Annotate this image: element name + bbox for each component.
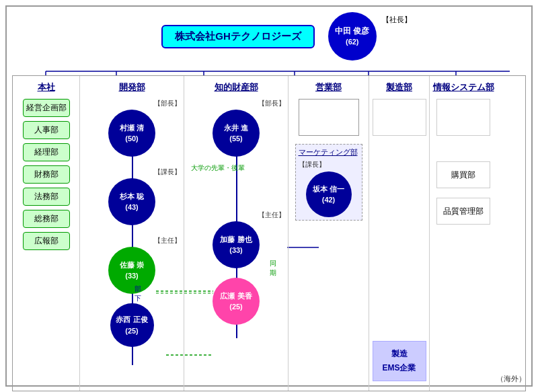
akanishi-name: 赤西 正俊 — [116, 314, 147, 325]
akanishi-circle: 赤西 正俊 (25) — [110, 303, 154, 347]
akanishi-wrapper: 赤西 正俊 (25) — [110, 303, 154, 347]
satou-age: (33) — [125, 270, 139, 282]
hirose-circle: 広瀬 美香 (25) — [213, 278, 260, 325]
seizou-label: 製造 — [391, 348, 408, 360]
col-chitekizaisan: 知的財産部 【部長】 永井 進 (55) 大学の先輩・後輩 【主任】 加藤 勝也… — [184, 76, 289, 391]
dept-zaimu: 財務部 — [23, 165, 70, 184]
eigyo-top-box — [299, 99, 359, 136]
dept-kouhou: 広報部 — [23, 232, 70, 250]
nagai-circle: 永井 進 (55) — [213, 110, 260, 157]
sakamoto-age: (42) — [322, 194, 336, 206]
kounyu-box: 購買部 — [436, 161, 490, 188]
hirose-wrapper: 広瀬 美香 (25) — [213, 278, 260, 325]
hinshitsu-box: 品質管理部 — [436, 198, 490, 225]
president-name: 中田 俊彦 — [335, 26, 369, 37]
katou-circle: 加藤 勝也 (33) — [213, 221, 260, 268]
kaigai-label: （海外） — [496, 374, 526, 384]
johosystem-header: 情報システム部 — [433, 81, 494, 93]
seizou-ems-box: 製造 EMS企業 — [373, 341, 426, 381]
honsha-header: 本社 — [38, 81, 55, 93]
seizou-top-box — [373, 99, 426, 136]
akanishi-age: (25) — [125, 325, 139, 337]
seizou-header: 製造部 — [386, 81, 412, 93]
marketing-header: マーケティング部 — [299, 147, 359, 157]
satou-circle: 佐藤 崇 (33) — [108, 247, 155, 294]
h-connector — [12, 67, 526, 75]
katou-age: (33) — [229, 245, 243, 256]
sakamoto-circle: 坂本 信一 (42) — [306, 171, 352, 217]
sugimoto-wrapper: 杉本 聡 (43) — [108, 178, 155, 225]
president-title: 【社長】 — [382, 15, 412, 25]
kaihatsu-header: 開発部 — [119, 81, 145, 93]
company-name-box: 株式会社GHテクノロジーズ — [161, 25, 315, 48]
sugimoto-circle: 杉本 聡 (43) — [108, 178, 155, 225]
sugimoto-age: (43) — [125, 202, 139, 213]
dept-keiri: 経理部 — [23, 143, 70, 161]
satou-name: 佐藤 崇 — [120, 260, 144, 271]
chitekizaisan-header: 知的財産部 — [215, 81, 258, 93]
murasei-age: (50) — [125, 133, 139, 145]
president-age: (62) — [346, 37, 359, 47]
col-seizou: 製造部 製造 EMS企業 — [369, 76, 430, 391]
ems-label: EMS企業 — [382, 362, 416, 374]
main-container: 株式会社GHテクノロジーズ 【社長】 中田 俊彦 (62) — [5, 5, 533, 387]
nagai-age: (55) — [229, 133, 243, 145]
dept-houmu: 法務部 — [23, 188, 70, 206]
org-area: 本社 経営企画部 人事部 経理部 財務部 法務部 総務部 広報部 開発部 【部長… — [12, 75, 526, 391]
murasei-name: 村瀬 清 — [120, 122, 144, 134]
katou-name: 加藤 勝也 — [220, 234, 252, 245]
sakamoto-name: 坂本 信一 — [313, 184, 344, 195]
col-kaihatsu: 開発部 【部長】 村瀬 清 (50) 【課長】 杉本 聡 (43) 【主任】 — [80, 76, 184, 391]
col-honsha: 本社 経営企画部 人事部 経理部 財務部 法務部 総務部 広報部 — [13, 76, 80, 391]
nagai-wrapper: 永井 進 (55) — [213, 110, 260, 157]
top-row: 株式会社GHテクノロジーズ 【社長】 中田 俊彦 (62) — [12, 12, 526, 61]
col-johosystem: 情報システム部 購買部 品質管理部 — [430, 76, 497, 391]
kounyu-label: 購買部 — [451, 169, 475, 181]
satou-wrapper: 佐藤 崇 (33) — [108, 247, 155, 294]
hinshitsu-label: 品質管理部 — [443, 206, 484, 217]
president-circle: 中田 俊彦 (62) — [328, 12, 377, 61]
eigyo-header: 営業部 — [315, 81, 342, 93]
dept-keiei: 経営企画部 — [23, 99, 70, 117]
hirose-age: (25) — [229, 301, 243, 313]
nagai-name: 永井 進 — [224, 122, 248, 134]
marketing-box: マーケティング部 【課長】 坂本 信一 (42) — [295, 144, 362, 221]
dept-soumu: 総務部 — [23, 210, 70, 228]
murasei-circle: 村瀬 清 (50) — [108, 110, 155, 157]
sugimoto-name: 杉本 聡 — [120, 191, 144, 202]
dept-jinji: 人事部 — [23, 121, 70, 139]
johosystem-top-box — [436, 99, 490, 136]
company-name: 株式会社GHテクノロジーズ — [175, 30, 301, 42]
hirose-name: 広瀬 美香 — [220, 290, 252, 302]
col-eigyo: 営業部 マーケティング部 【課長】 坂本 信一 (42) — [289, 76, 369, 391]
katou-wrapper: 加藤 勝也 (33) — [213, 221, 260, 268]
murasei-wrapper: 村瀬 清 (50) — [108, 110, 155, 157]
